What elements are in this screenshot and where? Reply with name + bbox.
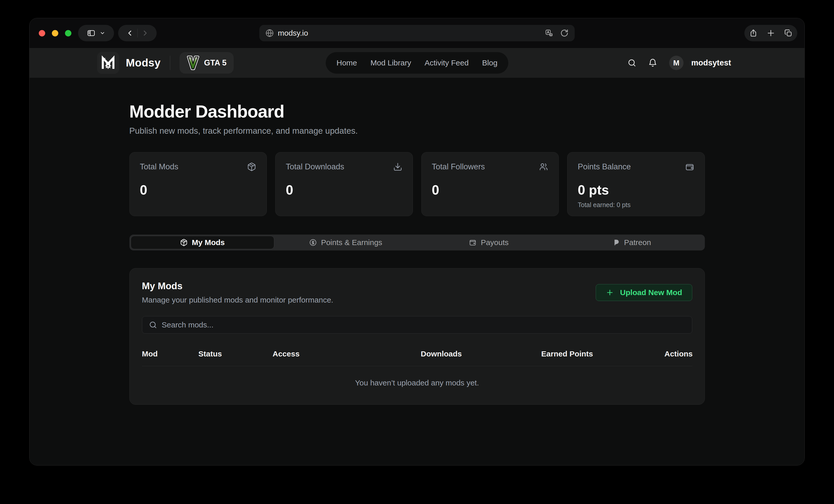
stat-label: Total Mods xyxy=(140,162,178,171)
tab-points-earnings[interactable]: Points & Earnings xyxy=(274,236,417,249)
header-right: M modsytest xyxy=(628,56,731,70)
forward-button[interactable] xyxy=(141,29,149,37)
my-mods-panel: My Mods Manage your published mods and m… xyxy=(129,268,705,405)
new-tab-icon[interactable] xyxy=(767,29,775,37)
tab-patreon[interactable]: Patreon xyxy=(560,236,703,249)
modsy-logo xyxy=(97,52,119,74)
package-icon xyxy=(180,239,188,246)
nav-item-blog[interactable]: Blog xyxy=(482,59,497,67)
gta5-logo-icon xyxy=(187,55,199,70)
tab-my-mods[interactable]: My Mods xyxy=(131,236,274,249)
main-content: Modder Dashboard Publish new mods, track… xyxy=(29,78,805,465)
wallet-icon xyxy=(685,162,694,171)
tab-label: Points & Earnings xyxy=(321,238,382,247)
panel-title: My Mods xyxy=(142,281,333,292)
mods-table-header: Mod Status Access Downloads Earned Point… xyxy=(142,349,692,366)
page-subtitle: Publish new mods, track performance, and… xyxy=(129,126,705,136)
stat-card-total-downloads: Total Downloads 0 xyxy=(275,152,413,216)
zoom-window-button[interactable] xyxy=(65,30,71,37)
translate-icon[interactable] xyxy=(545,29,553,37)
users-icon xyxy=(539,162,548,171)
traffic-lights xyxy=(39,30,71,37)
package-icon xyxy=(247,162,256,171)
patreon-icon xyxy=(613,239,620,246)
globe-icon xyxy=(265,29,274,37)
toolbar-right-buttons xyxy=(744,25,797,41)
nav-item-mod-library[interactable]: Mod Library xyxy=(371,59,411,67)
panel-description: Manage your published mods and monitor p… xyxy=(142,296,333,304)
stat-label: Points Balance xyxy=(578,162,631,171)
stat-label: Total Downloads xyxy=(286,162,344,171)
empty-state-message: You haven’t uploaded any mods yet. xyxy=(142,366,692,387)
brand-name: Modsy xyxy=(126,57,161,69)
search-mods-input[interactable] xyxy=(162,321,685,329)
stat-label: Total Followers xyxy=(432,162,485,171)
stat-card-total-followers: Total Followers 0 xyxy=(421,152,559,216)
column-header-mod: Mod xyxy=(142,349,198,358)
url-actions xyxy=(545,29,569,37)
stats-row: Total Mods 0 Total Downloads xyxy=(129,152,705,216)
game-badge-label: GTA 5 xyxy=(204,58,227,68)
back-button[interactable] xyxy=(126,29,133,37)
column-header-actions: Actions xyxy=(593,349,693,358)
minimize-window-button[interactable] xyxy=(52,30,58,37)
circle-dollar-icon xyxy=(309,239,317,246)
close-window-button[interactable] xyxy=(39,30,45,37)
search-icon xyxy=(149,321,157,329)
upload-new-mod-button[interactable]: Upload New Mod xyxy=(596,284,692,301)
stat-card-total-mods: Total Mods 0 xyxy=(129,152,267,216)
stat-subtext: Total earned: 0 pts xyxy=(578,201,694,209)
reload-icon[interactable] xyxy=(560,29,569,37)
tab-payouts[interactable]: Payouts xyxy=(417,236,560,249)
address-bar[interactable]: modsy.io xyxy=(259,25,575,41)
history-nav-buttons xyxy=(118,25,157,41)
stat-value: 0 xyxy=(432,182,548,198)
tab-overview-icon[interactable] xyxy=(784,29,792,37)
browser-window: modsy.io xyxy=(29,18,805,465)
download-icon xyxy=(393,162,402,171)
search-icon[interactable] xyxy=(628,59,636,67)
tab-label: Payouts xyxy=(481,238,508,247)
column-header-access: Access xyxy=(273,349,421,358)
main-nav: Home Mod Library Activity Feed Blog xyxy=(326,52,508,74)
user-avatar[interactable]: M xyxy=(669,56,683,70)
stat-value: 0 xyxy=(140,182,257,198)
page-title: Modder Dashboard xyxy=(129,101,705,121)
brand-group[interactable]: Modsy GTA 5 xyxy=(97,52,234,74)
dashboard-tabs: My Mods Points & Earnings xyxy=(129,234,705,250)
wallet-icon xyxy=(469,239,477,246)
mods-search-box xyxy=(142,316,692,334)
header-divider xyxy=(170,56,170,70)
plus-icon xyxy=(606,289,614,297)
share-icon[interactable] xyxy=(749,29,758,37)
browser-toolbar: modsy.io xyxy=(29,18,805,48)
game-selector[interactable]: GTA 5 xyxy=(179,52,234,74)
stat-value: 0 pts xyxy=(578,182,694,198)
site-header: Modsy GTA 5 Hom xyxy=(29,48,805,78)
nav-item-home[interactable]: Home xyxy=(337,59,357,67)
column-header-earned-points: Earned Points xyxy=(461,349,593,358)
nav-item-activity-feed[interactable]: Activity Feed xyxy=(424,59,468,67)
chevron-down-icon xyxy=(100,30,105,36)
stat-value: 0 xyxy=(286,182,402,198)
tab-label: My Mods xyxy=(192,238,225,247)
sidebar-toggle-button[interactable] xyxy=(78,25,114,41)
url-text: modsy.io xyxy=(278,29,308,38)
upload-button-label: Upload New Mod xyxy=(620,288,682,297)
tab-label: Patreon xyxy=(624,238,651,247)
toolbar-divider xyxy=(137,29,138,38)
column-header-downloads: Downloads xyxy=(421,349,461,358)
column-header-status: Status xyxy=(198,349,273,358)
stat-card-points-balance: Points Balance 0 pts Total earned: 0 pts xyxy=(567,152,705,216)
user-name[interactable]: modsytest xyxy=(691,58,731,68)
notifications-bell-icon[interactable] xyxy=(648,58,657,68)
sidebar-icon xyxy=(87,29,95,38)
